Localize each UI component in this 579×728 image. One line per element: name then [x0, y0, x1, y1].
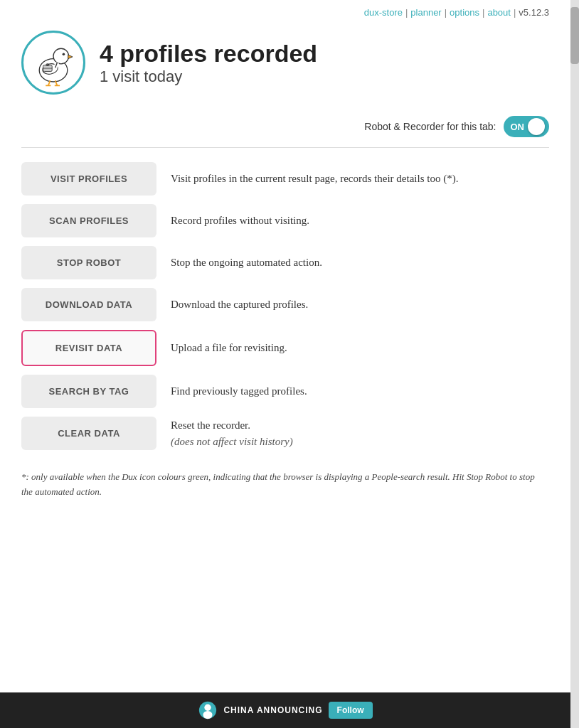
bottom-logo-icon: [198, 700, 218, 720]
search-by-tag-row: SEARCH BY TAG Find previously tagged pro…: [21, 375, 549, 408]
scan-profiles-row: SCAN PROFILES Record profiles without vi…: [21, 204, 549, 237]
revisit-data-description: Upload a file for revisiting.: [171, 340, 549, 356]
clear-data-note: (does not affect visit history): [171, 436, 293, 447]
bottom-bar-text: CHINA ANNOUNCING: [223, 705, 322, 715]
bottom-bar-logo: [198, 700, 218, 720]
stop-robot-row: STOP ROBOT Stop the ongoing automated ac…: [21, 246, 549, 279]
header-text: 4 profiles recorded 1 visit today: [100, 39, 317, 87]
stop-robot-description: Stop the ongoing automated action.: [171, 255, 549, 271]
separator-4: |: [514, 7, 516, 18]
follow-button[interactable]: Follow: [329, 702, 373, 719]
visit-profiles-button[interactable]: VISIT PROFILES: [21, 162, 156, 196]
separator-1: |: [405, 7, 408, 18]
visits-today: 1 visit today: [100, 68, 317, 86]
search-by-tag-description: Find previously tagged profiles.: [171, 383, 549, 400]
nav-options[interactable]: options: [450, 7, 479, 18]
top-navigation: dux-store | planner | options | about | …: [21, 0, 549, 23]
action-buttons-list: VISIT PROFILES Visit profiles in the cur…: [21, 162, 549, 450]
search-by-tag-button[interactable]: SEARCH BY TAG: [21, 375, 156, 408]
svg-point-15: [205, 705, 211, 711]
duck-icon: [28, 37, 79, 88]
robot-recorder-toggle[interactable]: ON: [504, 116, 550, 137]
visit-profiles-row: VISIT PROFILES Visit profiles in the cur…: [21, 162, 549, 196]
separator-2: |: [445, 7, 447, 18]
nav-dux-store[interactable]: dux-store: [364, 7, 403, 18]
revisit-data-button[interactable]: REVISIT DATA: [21, 330, 156, 366]
visit-profiles-description: Visit profiles in the current result pag…: [171, 171, 549, 187]
svg-marker-2: [68, 55, 73, 58]
clear-data-description: Reset the recorder. (does not affect vis…: [171, 417, 549, 449]
clear-data-row: CLEAR DATA Reset the recorder. (does not…: [21, 417, 549, 450]
nav-about[interactable]: about: [487, 7, 511, 18]
scan-profiles-description: Record profiles without visiting.: [171, 213, 549, 229]
svg-point-3: [63, 53, 65, 56]
toggle-knob: [528, 118, 545, 135]
download-data-row: DOWNLOAD DATA Download the captured prof…: [21, 288, 549, 321]
toggle-state: ON: [511, 122, 525, 132]
toggle-label: Robot & Recorder for this tab:: [364, 121, 496, 132]
separator-3: |: [482, 7, 484, 18]
toggle-row: Robot & Recorder for this tab: ON: [21, 109, 549, 148]
clear-data-button[interactable]: CLEAR DATA: [21, 417, 156, 450]
scan-profiles-button[interactable]: SCAN PROFILES: [21, 204, 156, 237]
version-label: v5.12.3: [519, 7, 549, 18]
svg-point-1: [53, 48, 69, 64]
app-logo: [21, 31, 85, 95]
stop-robot-button[interactable]: STOP ROBOT: [21, 246, 156, 279]
svg-point-16: [203, 711, 213, 719]
download-data-description: Download the captured profiles.: [171, 296, 549, 313]
header-section: 4 profiles recorded 1 visit today: [21, 23, 549, 109]
profiles-count: 4 profiles recorded: [100, 39, 317, 68]
revisit-data-row: REVISIT DATA Upload a file for revisitin…: [21, 330, 549, 366]
footer-note: *: only available when the Dux icon colo…: [21, 470, 549, 500]
download-data-button[interactable]: DOWNLOAD DATA: [21, 288, 156, 321]
bottom-bar: CHINA ANNOUNCING Follow: [0, 692, 570, 728]
nav-planner[interactable]: planner: [410, 7, 441, 18]
